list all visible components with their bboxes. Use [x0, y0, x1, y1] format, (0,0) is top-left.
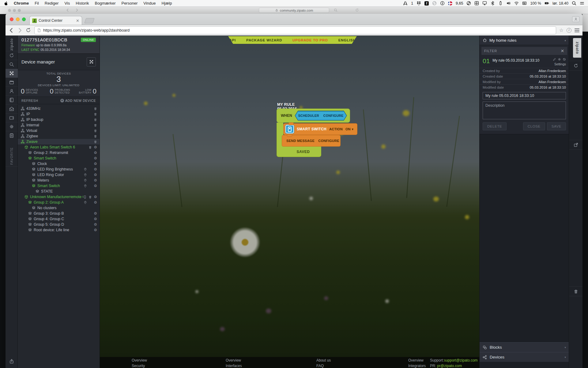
- rules-refresh-button[interactable]: [569, 61, 582, 71]
- refresh-devices-button[interactable]: REFRESH: [21, 99, 38, 102]
- tree-item-ip-backup[interactable]: IP backup: [18, 117, 100, 122]
- footer-link[interactable]: Overview: [132, 358, 147, 362]
- adobe-cc-icon[interactable]: [403, 1, 408, 6]
- menubar-item-rediger[interactable]: Rediger: [45, 1, 59, 6]
- zipato-feedback-tab[interactable]: zipato: [573, 38, 581, 58]
- menubar-clock[interactable]: lør. 18.40: [552, 1, 568, 6]
- rules-filter-bar[interactable]: FILTER ✕: [481, 47, 567, 55]
- menu-package-wizard[interactable]: PACKAGE WIZARD: [246, 38, 282, 42]
- footer-pr-email[interactable]: pr@zipato.com: [437, 364, 462, 368]
- scenes-rail-button[interactable]: [6, 78, 18, 86]
- wallet-rail-button[interactable]: [6, 113, 18, 122]
- location-pin-icon[interactable]: [84, 168, 87, 171]
- footer-link[interactable]: Integrators: [408, 364, 426, 368]
- tree-item-ip[interactable]: IP: [18, 111, 100, 117]
- tree-item-virtual[interactable]: Virtual: [18, 128, 100, 133]
- search-rail-button[interactable]: [6, 60, 18, 69]
- gear-icon[interactable]: ⚙: [94, 167, 97, 171]
- gear-icon[interactable]: ⚙: [94, 223, 97, 226]
- tree-item-clock[interactable]: Clock⚙: [18, 161, 100, 167]
- menubar-item-vindue[interactable]: Vindue: [143, 1, 156, 6]
- input-source-icon[interactable]: [522, 1, 527, 6]
- tree-item-root-lifeline[interactable]: Root device: Life line⚙: [18, 227, 100, 233]
- tree-item-group4-c[interactable]: Group 4: Group C⚙: [18, 216, 100, 222]
- page-info-icon[interactable]: i: [567, 28, 571, 33]
- rule-list-item[interactable]: 01 My rule 05.03.2016 18:33:10 Settings: [480, 55, 569, 68]
- edit-pencil-icon[interactable]: [553, 58, 556, 61]
- location-pin-icon[interactable]: [84, 173, 87, 177]
- when-block[interactable]: WHEN SCHEDULER CONFIGURE: [277, 109, 350, 123]
- device-manager-expand-button[interactable]: [87, 57, 96, 67]
- action-value-dropdown[interactable]: ON▾: [345, 127, 353, 131]
- close-rule-button[interactable]: CLOSE: [523, 122, 545, 130]
- profile-button[interactable]: [572, 16, 579, 22]
- settings-rail-button[interactable]: [6, 122, 18, 131]
- tree-item-state[interactable]: STATE: [18, 189, 100, 194]
- tree-item-led-brightness[interactable]: LED Ring Brightness⚙: [18, 167, 100, 172]
- disable-icon[interactable]: [563, 58, 566, 61]
- trash-icon[interactable]: [94, 129, 97, 132]
- footer-support-email[interactable]: support@zipato.com: [444, 358, 477, 362]
- new-tab-button[interactable]: [84, 18, 95, 23]
- favorite-rail-tab[interactable]: FAVORITE: [6, 145, 18, 167]
- menu-language[interactable]: ENGLISH: [338, 38, 356, 42]
- device-battery-icon[interactable]: [498, 1, 503, 6]
- tree-item-group2-retransmit[interactable]: Group 2: Retransmit⚙: [18, 150, 100, 155]
- rules-export-button[interactable]: [569, 140, 582, 150]
- tree-item-unknown-remote[interactable]: Unknown Manufacturerremote Control Si⚙: [18, 194, 100, 200]
- close-window-button[interactable]: [10, 17, 13, 21]
- apple-menu-icon[interactable]: [4, 1, 8, 6]
- scheduler-block[interactable]: SCHEDULER CONFIGURE: [295, 111, 347, 121]
- tab-control-center[interactable]: Z Control Center ✕: [29, 16, 82, 25]
- gear-icon[interactable]: ⚙: [94, 195, 97, 199]
- forward-button[interactable]: [17, 28, 23, 33]
- menubar-item-historik[interactable]: Historik: [76, 1, 89, 6]
- tree-item-zwave[interactable]: Zwave: [18, 139, 100, 144]
- trash-icon[interactable]: [94, 140, 97, 144]
- currency-flag-icon[interactable]: [448, 1, 452, 6]
- dropbox-icon[interactable]: [417, 1, 421, 6]
- menubar-item-bogmaerker[interactable]: Bogmærker: [95, 1, 116, 6]
- footer-link[interactable]: Security: [132, 364, 145, 368]
- contacts-rail-button[interactable]: [6, 95, 18, 104]
- gear-icon[interactable]: ⚙: [94, 151, 97, 155]
- tree-item-no-clusters[interactable]: No clusters: [18, 205, 100, 211]
- rule-name-input[interactable]: [483, 92, 566, 99]
- bluetooth-icon[interactable]: [490, 1, 495, 6]
- users-rail-button[interactable]: [6, 86, 18, 95]
- gear-icon[interactable]: ⚙: [94, 145, 97, 149]
- menubar-item-personer[interactable]: Personer: [121, 1, 138, 6]
- gear-icon[interactable]: ⚙: [94, 162, 97, 166]
- tree-item-aeon-switch[interactable]: Aeon Labs Smart Switch 6⚙: [18, 144, 100, 150]
- window-manager-icon[interactable]: [474, 1, 479, 6]
- tree-item-group5-d[interactable]: Group 5: Group D⚙: [18, 222, 100, 227]
- trash-icon[interactable]: [89, 146, 92, 149]
- location-pin-icon[interactable]: [84, 184, 87, 188]
- footer-link[interactable]: FAQ: [316, 364, 324, 368]
- blocks-panel-header[interactable]: Blocks ▾: [480, 342, 569, 352]
- volume-icon[interactable]: [506, 1, 511, 6]
- gear-icon[interactable]: ⚙: [94, 178, 97, 182]
- airplay-icon[interactable]: [482, 1, 487, 6]
- trash-icon[interactable]: [94, 124, 97, 127]
- collapse-caret-icon[interactable]: ▴: [564, 39, 566, 42]
- gear-icon[interactable]: [558, 58, 561, 61]
- gear-icon[interactable]: ⚙: [94, 173, 97, 177]
- tree-item-group3-b[interactable]: Group 3: Group B⚙: [18, 211, 100, 216]
- mobile-icon[interactable]: [83, 195, 87, 199]
- menubar-item-vis[interactable]: Vis: [64, 1, 70, 6]
- bookmark-star-icon[interactable]: ☆: [559, 28, 564, 33]
- gear-icon[interactable]: ⚙: [94, 156, 97, 160]
- tree-item-internal[interactable]: Internal: [18, 122, 100, 128]
- trash-icon[interactable]: [94, 113, 97, 116]
- location-pin-icon[interactable]: [84, 201, 87, 204]
- clear-filter-icon[interactable]: ✕: [560, 48, 564, 53]
- facebook-icon[interactable]: f: [424, 1, 429, 6]
- location-pin-icon[interactable]: [84, 179, 87, 182]
- minimize-window-button[interactable]: [16, 17, 20, 21]
- scheduler-configure-button[interactable]: CONFIGURE: [323, 114, 344, 117]
- gear-icon[interactable]: ⚙: [94, 201, 97, 204]
- tree-item-meters[interactable]: Meters⚙: [18, 178, 100, 183]
- footer-link[interactable]: Interfaces: [226, 364, 242, 368]
- trash-icon[interactable]: [94, 135, 97, 138]
